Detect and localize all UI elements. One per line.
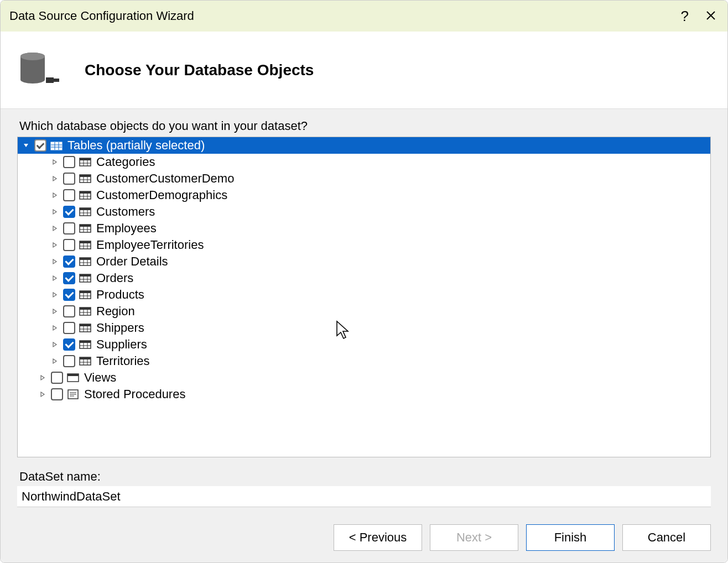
tree-node-label: Order Details [95,254,168,269]
tree-node-label: Stored Procedures [83,387,185,402]
checkbox-table[interactable] [63,256,75,268]
tree-node-table[interactable]: Order Details [18,253,710,270]
expander-closed-icon[interactable] [51,307,59,315]
table-icon [79,256,92,267]
svg-rect-4 [46,77,54,83]
tree-node-stored-procedures[interactable]: Stored Procedures [18,386,710,403]
help-button[interactable]: ? [681,8,689,25]
expander-closed-icon[interactable] [39,374,46,382]
svg-rect-62 [80,324,91,326]
tree-node-table[interactable]: Suppliers [18,336,710,353]
wizard-header: Choose Your Database Objects [1,32,727,109]
expander-closed-icon[interactable] [51,241,59,249]
next-button: Next > [430,524,518,551]
cancel-button[interactable]: Cancel [622,524,711,551]
checkbox-views[interactable] [51,372,63,384]
expander-open-icon[interactable] [22,142,30,149]
table-icon [79,157,92,168]
finish-button[interactable]: Finish [526,524,615,551]
svg-rect-47 [80,274,91,277]
titlebar: Data Source Configuration Wizard ? [1,1,727,32]
checkbox-table[interactable] [63,289,75,301]
tree-node-label: Products [95,288,144,302]
checkbox-tables[interactable] [34,139,46,152]
expander-closed-icon[interactable] [39,390,46,398]
wizard-body: Which database objects do you want in yo… [1,109,727,513]
svg-rect-67 [80,341,91,343]
checkbox-table[interactable] [63,272,75,284]
tree-node-tables[interactable]: Tables (partially selected) [18,137,710,154]
expander-closed-icon[interactable] [51,357,59,365]
tree-node-table[interactable]: Customers [18,204,710,220]
checkbox-table[interactable] [63,189,75,201]
dataset-name-label: DataSet name: [19,470,711,484]
svg-rect-57 [80,307,91,310]
tree-node-label: Customers [95,205,155,219]
prompt-label: Which database objects do you want in yo… [19,119,711,133]
table-icon [79,322,92,333]
expander-closed-icon[interactable] [51,341,59,348]
wizard-footer: < Previous Next > Finish Cancel [1,513,727,562]
svg-rect-32 [80,225,91,227]
tree-scroll[interactable]: Tables (partially selected) CategoriesCu… [18,137,710,457]
svg-rect-77 [67,374,79,376]
checkbox-table[interactable] [63,305,75,317]
tree-node-table[interactable]: Products [18,286,710,303]
tree-node-views[interactable]: Views [18,369,710,386]
checkbox-table[interactable] [63,322,75,334]
checkbox-table[interactable] [63,222,75,234]
tree-node-table[interactable]: CustomerDemographics [18,187,710,204]
expander-closed-icon[interactable] [51,191,59,199]
table-icon [79,223,92,234]
tree-node-label: Tables (partially selected) [66,138,205,153]
close-button[interactable] [705,8,716,25]
checkbox-stored-procedures[interactable] [51,388,63,400]
checkbox-table[interactable] [63,156,75,168]
svg-rect-27 [80,208,91,210]
expander-closed-icon[interactable] [51,175,59,183]
expander-closed-icon[interactable] [51,324,59,332]
tree-node-table[interactable]: Territories [18,353,710,369]
expander-closed-icon[interactable] [51,158,59,166]
expander-closed-icon[interactable] [51,291,59,299]
checkbox-table[interactable] [63,239,75,251]
previous-button[interactable]: < Previous [334,524,422,551]
tree-node-table[interactable]: Categories [18,154,710,170]
svg-point-2 [20,76,45,84]
tree-node-table[interactable]: EmployeeTerritories [18,237,710,253]
dataset-name-input[interactable] [17,486,711,507]
tree-node-table[interactable]: Region [18,303,710,320]
table-icon [79,289,92,300]
checkbox-table[interactable] [63,338,75,351]
expander-closed-icon[interactable] [51,208,59,216]
table-icon [79,206,92,217]
tree-node-table[interactable]: Employees [18,220,710,237]
window-title: Data Source Configuration Wizard [9,9,194,23]
tree-node-label: Region [95,304,135,319]
views-icon [66,372,80,383]
table-icon [79,173,92,184]
expander-closed-icon[interactable] [51,274,59,282]
checkbox-table[interactable] [63,206,75,218]
svg-rect-12 [80,158,91,160]
tree-node-label: Employees [95,221,157,236]
svg-rect-72 [80,357,91,359]
tree-node-label: Orders [95,271,133,285]
tree-node-label: CustomerCustomerDemo [95,171,234,186]
tree-node-label: Shippers [95,321,144,335]
tree-node-table[interactable]: CustomerCustomerDemo [18,170,710,187]
checkbox-table[interactable] [63,173,75,185]
tree-node-table[interactable]: Orders [18,270,710,286]
svg-rect-52 [80,291,91,293]
titlebar-buttons: ? [681,1,722,32]
expander-closed-icon[interactable] [51,225,59,232]
tables-folder-icon [50,140,63,151]
expander-closed-icon[interactable] [51,258,59,265]
wizard-dialog: Data Source Configuration Wizard ? Choos… [0,0,728,563]
svg-rect-42 [80,258,91,260]
checkbox-table[interactable] [63,355,75,367]
tree-node-table[interactable]: Shippers [18,320,710,336]
table-icon [79,306,92,317]
tree-node-label: CustomerDemographics [95,188,227,202]
svg-rect-5 [54,79,59,82]
